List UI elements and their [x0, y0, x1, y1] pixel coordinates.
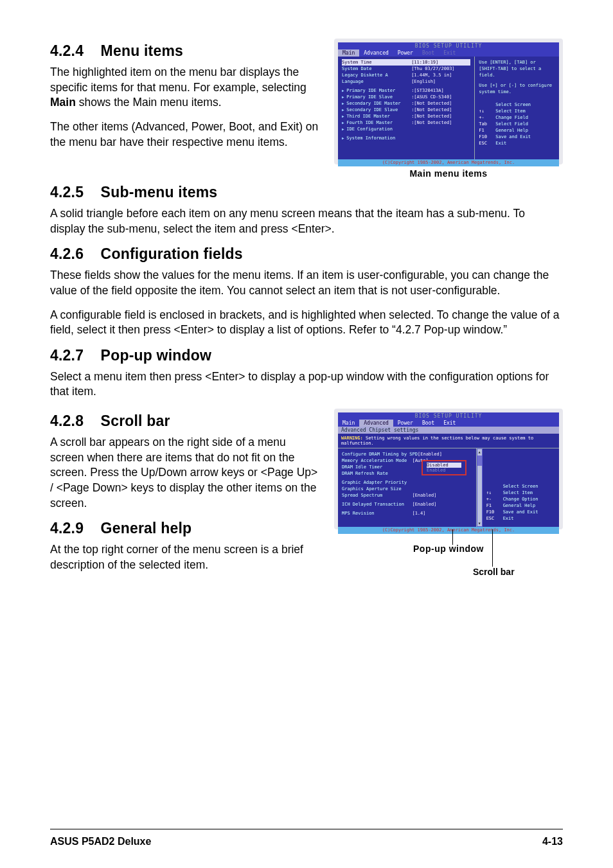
bios-key-hint: ESCExit	[486, 515, 555, 522]
bios-row[interactable]: IDE Configuration	[342, 126, 470, 132]
heading-427: 4.2.7 Pop-up window	[50, 347, 563, 364]
bios-row[interactable]: Spread Spectrum[Enabled]	[342, 492, 472, 499]
bios-row[interactable]: Primary IDE Master:[ST320413A]	[342, 87, 470, 94]
para-426-1: These fields show the values for the men…	[50, 268, 563, 298]
bios-key-hint: Select Screen	[479, 102, 555, 108]
bios-row[interactable]: Third IDE Master:[Not Detected]	[342, 113, 470, 120]
menubar-item-power[interactable]: Power	[393, 49, 418, 57]
bios-row[interactable]: Secondary IDE Master:[Not Detected]	[342, 100, 470, 107]
bios-row[interactable]: Configure DRAM Timing by SPD[Enabled]	[342, 451, 472, 457]
menubar-item-main[interactable]: Main	[338, 49, 359, 57]
para-424-2: The other items (Advanced, Power, Boot, …	[50, 120, 323, 150]
bios-key-hint: ↑↓Select Item	[486, 490, 555, 496]
bios-row[interactable]: Primary IDE Slave:[ASUS CD-S340]	[342, 94, 470, 100]
scroll-thumb[interactable]	[477, 456, 482, 466]
menubar-item-exit[interactable]: Exit	[439, 49, 460, 57]
scroll-down-icon[interactable]: ▾	[478, 520, 481, 526]
footer-right: 4-13	[542, 836, 563, 847]
bios-key-hint: Select Screen	[486, 483, 555, 490]
footer-left: ASUS P5AD2 Deluxe	[50, 836, 151, 847]
bios-title: BIOS SETUP UTILITY	[338, 42, 559, 49]
menubar-item-advanced[interactable]: Advanced	[359, 420, 393, 427]
bios-main-pane: System Time[11:10:19]System Date[Thu 03/…	[338, 57, 475, 159]
bios-scrollbar[interactable]: ▴ ▾	[477, 448, 483, 527]
popup-option-selected[interactable]: Disabled	[427, 463, 461, 468]
menubar-item-power[interactable]: Power	[393, 420, 418, 427]
bios-row[interactable]: Secondary IDE Slave:[Not Detected]	[342, 107, 470, 113]
bios-key-hint: ESCExit	[479, 140, 555, 146]
bios-menubar: MainAdvancedPowerBootExit	[338, 49, 559, 57]
menubar-item-exit[interactable]: Exit	[439, 420, 460, 427]
bios-section-head: Advanced Chipset settings	[338, 427, 559, 434]
heading-428: 4.2.8 Scroll bar	[50, 412, 323, 430]
bios-row[interactable]: Graphic Adapter Priority	[342, 479, 472, 486]
bios-key-hint: TabSelect Field	[479, 121, 555, 127]
menubar-item-boot[interactable]: Boot	[418, 49, 439, 57]
para-426-2: A configurable field is enclosed in brac…	[50, 308, 563, 338]
bios-key-hint: F10Save and Exit	[486, 509, 555, 515]
para-425-1: A solid triangle before each item on any…	[50, 206, 563, 236]
bios-row[interactable]: MPS Revision[1.4]	[342, 510, 472, 517]
bios-key-hint: +-Change Field	[479, 114, 555, 121]
bios-key-hint: +-Change Option	[486, 496, 555, 502]
bios-row[interactable]: System Information	[342, 135, 470, 141]
bios-popup[interactable]: Disabled Enabled	[422, 460, 466, 475]
bios-key-hint: F1General Help	[479, 127, 555, 134]
bios-row[interactable]: Graphics Aperture Size	[342, 486, 472, 492]
footer-rule	[50, 829, 563, 829]
scroll-up-icon[interactable]: ▴	[478, 449, 481, 455]
bios-title-2: BIOS SETUP UTILITY	[338, 412, 559, 420]
bios-row[interactable]: Fourth IDE Master:[Not Detected]	[342, 120, 470, 126]
para-428-1: A scroll bar appears on the right side o…	[50, 435, 323, 511]
menubar-item-advanced[interactable]: Advanced	[359, 49, 393, 57]
para-424-1: The highlighted item on the menu bar dis…	[50, 65, 323, 111]
figure-bios-main: BIOS SETUP UTILITY MainAdvancedPowerBoot…	[334, 39, 563, 164]
heading-424: 4.2.4 Menu items	[50, 42, 323, 60]
para-427-1: Select a menu item then press <Enter> to…	[50, 369, 563, 400]
menubar-item-main[interactable]: Main	[338, 420, 359, 427]
bios-help-pane: Use [ENTER], [TAB] or [SHIFT-TAB] to sel…	[475, 57, 559, 159]
caption-main-menu: Main menu items	[334, 168, 563, 179]
bios-key-hint: ↑↓Select Item	[479, 108, 555, 114]
bios-menubar-2: MainAdvancedPowerBootExit	[338, 420, 559, 427]
bios-row[interactable]: Language[English]	[342, 78, 470, 85]
heading-429: 4.2.9 General help	[50, 520, 323, 537]
popup-option[interactable]: Enabled	[427, 468, 461, 473]
figure-bios-advanced: BIOS SETUP UTILITY MainAdvancedPowerBoot…	[334, 409, 563, 529]
caption-scroll: Scroll bar	[473, 567, 515, 577]
bios-help-pane-2: Select Screen↑↓Select Item+-Change Optio…	[483, 448, 559, 527]
bios-row[interactable]: System Date[Thu 03/27/2003]	[342, 66, 470, 72]
menubar-item-boot[interactable]: Boot	[418, 420, 439, 427]
heading-426: 4.2.6 Configuration fields	[50, 245, 563, 263]
heading-425: 4.2.5 Sub-menu items	[50, 184, 563, 201]
bios-key-hint: F10Save and Exit	[479, 134, 555, 140]
bios-row[interactable]: ICH Delayed Transaction[Enabled]	[342, 501, 472, 508]
bios-row[interactable]: System Time[11:10:19]	[342, 59, 470, 66]
bios-warning: WARNING: Setting wrong values in the sec…	[338, 434, 559, 448]
caption-popup: Pop-up window	[334, 544, 563, 554]
bios-row[interactable]: Legacy Diskette A[1.44M, 3.5 in]	[342, 72, 470, 78]
para-429-1: At the top right corner of the menu scre…	[50, 542, 323, 572]
bios-key-hint: F1General Help	[486, 502, 555, 509]
